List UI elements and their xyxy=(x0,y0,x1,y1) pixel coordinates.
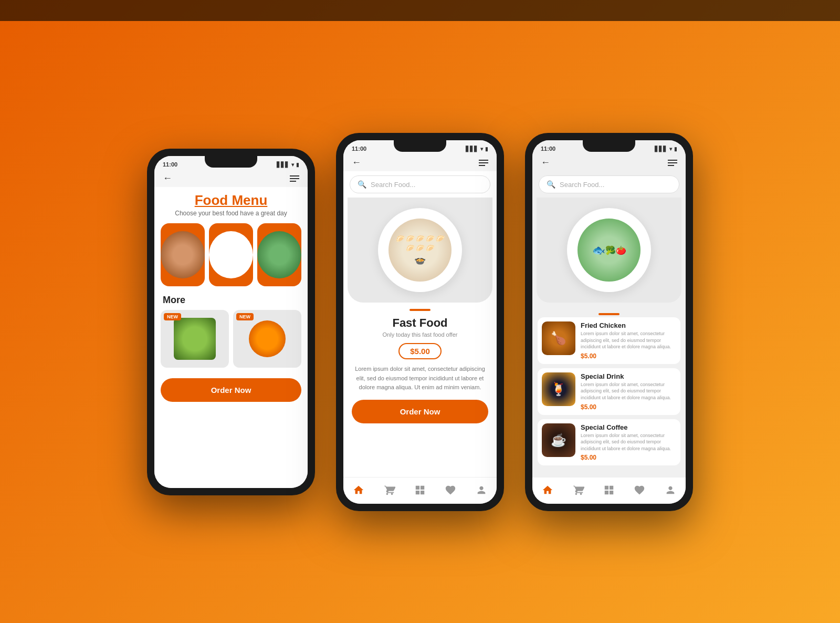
phone3-hero-plate: 🐟🥦🍅 xyxy=(567,208,651,292)
status-time-3: 11:00 xyxy=(541,146,555,152)
phone2-body: Fast Food Only today this fast food offe… xyxy=(343,303,497,477)
menu-item-img-2: 🍹 xyxy=(542,372,575,406)
featured-card-3[interactable] xyxy=(257,223,301,286)
price-badge-2: $5.00 xyxy=(398,343,442,359)
status-time-1: 11:00 xyxy=(163,161,177,168)
menu-item-desc-3: Lorem ipsum dolor sit amet, consectetur … xyxy=(581,432,676,452)
menu-item-name-2: Special Drink xyxy=(581,372,676,380)
menu-button-3[interactable] xyxy=(668,160,677,166)
menu-item-info-1: Fried Chicken Lorem ipsum dolor sit amet… xyxy=(581,321,676,360)
status-icons-3: ▋▋▋ ▾ ▮ xyxy=(655,146,677,152)
menu-list: 🍗 Fried Chicken Lorem ipsum dolor sit am… xyxy=(532,317,686,477)
featured-card-1[interactable] xyxy=(161,223,205,286)
more-card-1[interactable]: NEW xyxy=(161,310,229,368)
menu-item-price-1: $5.00 xyxy=(581,352,676,360)
status-icons-2: ▋▋▋ ▾ ▮ xyxy=(466,146,488,152)
search-bar-3[interactable]: 🔍 Search Food... xyxy=(539,175,679,193)
status-bar-1: 11:00 ▋▋▋ ▾ ▮ xyxy=(154,156,308,171)
search-icon-3: 🔍 xyxy=(547,180,555,189)
accent-line-3 xyxy=(532,313,686,315)
menu-item-name-3: Special Coffee xyxy=(581,423,676,431)
menu-item-price-2: $5.00 xyxy=(581,403,676,411)
nav-bar-1: ← xyxy=(154,171,308,187)
menu-button-1[interactable] xyxy=(290,175,299,182)
phone-2: 11:00 ▋▋▋ ▾ ▮ ← 🔍 Search Food... xyxy=(336,133,504,511)
menu-item-img-3: ☕ xyxy=(542,423,575,457)
featured-section xyxy=(154,223,308,293)
grid-nav-icon-3[interactable] xyxy=(600,483,618,497)
phone1-content: Food Menu Choose your best food have a g… xyxy=(154,187,308,488)
search-bar-2[interactable]: 🔍 Search Food... xyxy=(350,175,490,193)
status-time-2: 11:00 xyxy=(352,146,366,152)
cart-nav-icon-3[interactable] xyxy=(569,483,588,497)
more-food-img-1 xyxy=(174,318,216,360)
hero-food-container-2: 🥟🥟🥟 🥟🥟🥟 🥟🥟 🍲 xyxy=(348,198,492,303)
bottom-nav-2 xyxy=(343,477,497,504)
menu-item-special-coffee[interactable]: ☕ Special Coffee Lorem ipsum dolor sit a… xyxy=(538,419,680,466)
user-nav-icon-2[interactable] xyxy=(472,483,491,497)
more-card-2[interactable]: NEW xyxy=(233,310,301,368)
menu-item-info-3: Special Coffee Lorem ipsum dolor sit ame… xyxy=(581,423,676,462)
wifi-icon: ▾ xyxy=(291,162,294,168)
back-button-1[interactable]: ← xyxy=(163,173,172,184)
phone-3: 11:00 ▋▋▋ ▾ ▮ ← 🔍 Search Food... xyxy=(525,133,693,511)
nav-bar-2: ← xyxy=(343,155,497,171)
featured-food-img-1 xyxy=(161,231,205,278)
hero-plate-2: 🥟🥟🥟 🥟🥟🥟 🥟🥟 🍲 xyxy=(378,208,462,292)
phone-1: 11:00 ▋▋▋ ▾ ▮ ← Food Menu Choose your be… xyxy=(147,149,315,495)
status-bar-3: 11:00 ▋▋▋ ▾ ▮ xyxy=(532,140,686,155)
menu-item-fried-chicken[interactable]: 🍗 Fried Chicken Lorem ipsum dolor sit am… xyxy=(538,317,680,364)
phone3-hero: 🐟🥦🍅 xyxy=(537,198,681,303)
page-subtitle: Choose your best food have a great day xyxy=(163,210,299,217)
bottom-nav-3 xyxy=(532,477,686,504)
grid-nav-icon-2[interactable] xyxy=(411,483,429,497)
cart-nav-icon-2[interactable] xyxy=(380,483,399,497)
search-icon-2: 🔍 xyxy=(358,180,366,189)
status-bar-2: 11:00 ▋▋▋ ▾ ▮ xyxy=(343,140,497,155)
signal-icon: ▋▋▋ xyxy=(277,162,289,168)
search-placeholder-3: Search Food... xyxy=(560,181,604,189)
home-nav-icon-2[interactable] xyxy=(349,483,368,497)
menu-item-special-drink[interactable]: 🍹 Special Drink Lorem ipsum dolor sit am… xyxy=(538,368,680,415)
battery-icon-3: ▮ xyxy=(674,146,677,152)
featured-food-img-3 xyxy=(257,231,301,278)
more-food-img-2 xyxy=(249,320,286,357)
user-nav-icon-3[interactable] xyxy=(661,483,680,497)
back-button-2[interactable]: ← xyxy=(352,157,361,168)
dish-subtitle-2: Only today this fast food offer xyxy=(383,331,458,338)
nav-bar-3: ← xyxy=(532,155,686,171)
status-icons-1: ▋▋▋ ▾ ▮ xyxy=(277,162,299,168)
battery-icon: ▮ xyxy=(296,162,299,168)
new-badge-2: NEW xyxy=(236,313,254,320)
signal-icon-2: ▋▋▋ xyxy=(466,146,478,152)
menu-item-name-1: Fried Chicken xyxy=(581,321,676,329)
accent-line-2 xyxy=(410,309,430,311)
phone1-header: Food Menu Choose your best food have a g… xyxy=(154,187,308,223)
signal-icon-3: ▋▋▋ xyxy=(655,146,667,152)
heart-nav-icon-2[interactable] xyxy=(441,483,460,497)
page-title: Food Menu xyxy=(163,192,299,209)
more-label: More xyxy=(154,293,308,310)
search-placeholder-2: Search Food... xyxy=(371,181,415,189)
menu-item-img-1: 🍗 xyxy=(542,321,575,355)
order-button-1[interactable]: Order Now xyxy=(161,378,301,402)
order-button-2[interactable]: Order Now xyxy=(352,400,488,423)
new-badge-1: NEW xyxy=(164,313,181,320)
wifi-icon-2: ▾ xyxy=(480,146,483,152)
dish-title-2: Fast Food xyxy=(392,316,447,330)
menu-item-info-2: Special Drink Lorem ipsum dolor sit amet… xyxy=(581,372,676,411)
menu-item-desc-1: Lorem ipsum dolor sit amet, consectetur … xyxy=(581,330,676,350)
more-grid: NEW NEW xyxy=(154,310,308,374)
battery-icon-2: ▮ xyxy=(485,146,488,152)
menu-item-desc-2: Lorem ipsum dolor sit amet, consectetur … xyxy=(581,381,676,401)
featured-card-2[interactable] xyxy=(209,223,253,286)
heart-nav-icon-3[interactable] xyxy=(630,483,649,497)
wifi-icon-3: ▾ xyxy=(669,146,672,152)
phones-container: 11:00 ▋▋▋ ▾ ▮ ← Food Menu Choose your be… xyxy=(147,133,693,511)
menu-button-2[interactable] xyxy=(479,160,488,166)
menu-item-price-3: $5.00 xyxy=(581,454,676,461)
featured-food-img-2 xyxy=(209,231,253,278)
dish-desc-2: Lorem ipsum dolor sit amet, consectetur … xyxy=(352,365,488,392)
back-button-3[interactable]: ← xyxy=(541,157,550,168)
home-nav-icon-3[interactable] xyxy=(538,483,557,497)
